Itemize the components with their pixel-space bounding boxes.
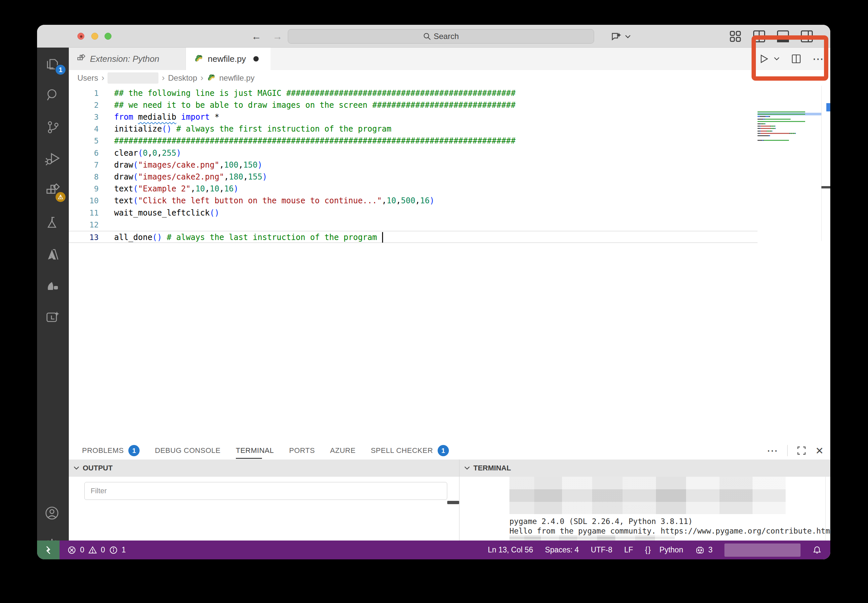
- redacted-username: [107, 73, 158, 83]
- divider: [787, 445, 787, 456]
- panel-tab-spell-checker[interactable]: SPELL CHECKER1: [371, 442, 449, 459]
- activity-testing-icon[interactable]: [37, 211, 69, 235]
- close-window-button[interactable]: [78, 33, 84, 40]
- chevron-down-icon: [464, 466, 470, 470]
- overview-ruler-cursor-marker: [822, 186, 830, 189]
- breadcrumb-desktop[interactable]: Desktop: [168, 73, 197, 83]
- line-number: 6: [69, 147, 99, 159]
- count-badge: 1: [438, 445, 449, 456]
- back-icon[interactable]: ←: [251, 31, 261, 42]
- panel-tab-terminal[interactable]: TERMINAL: [236, 442, 274, 459]
- tab-newfile-py[interactable]: newfile.py: [186, 48, 271, 70]
- activity-bar: 1⚠1: [37, 48, 69, 541]
- activity-source-control-icon[interactable]: [37, 115, 69, 139]
- editor-tab-bar: Extension: Python newfile.py: [69, 48, 830, 70]
- panel-more-actions-icon[interactable]: ⋯: [767, 444, 778, 457]
- zoom-window-button[interactable]: [104, 33, 112, 40]
- code-line-3[interactable]: 3from medialib import *: [69, 111, 758, 123]
- chat-sparkle-icon[interactable]: [610, 31, 620, 41]
- line-number: 4: [69, 123, 99, 135]
- cursor-position[interactable]: Ln 13, Col 56: [488, 546, 533, 554]
- notifications-bell-icon[interactable]: [812, 546, 822, 555]
- encoding[interactable]: UTF-8: [591, 546, 612, 554]
- code-line-2[interactable]: 2## we need it to be able to draw images…: [69, 99, 758, 111]
- activity-search-icon[interactable]: [37, 83, 69, 107]
- line-number: 13: [69, 231, 99, 244]
- panel-tab-bar: PROBLEMS1DEBUG CONSOLETERMINALPORTSAZURE…: [69, 442, 830, 459]
- code-line-4[interactable]: 4initialize() # always the first instruc…: [69, 123, 758, 135]
- code-line-7[interactable]: 7draw("images/cake.png",100,150): [69, 159, 758, 171]
- terminal-line: Hello from the pygame community. https:/…: [510, 527, 830, 535]
- activity-azure-ml-icon[interactable]: [37, 274, 69, 298]
- python-icon: [207, 73, 216, 83]
- activity-azure-icon[interactable]: [37, 243, 69, 266]
- code-line-12[interactable]: 12: [69, 219, 758, 231]
- minimap[interactable]: [758, 86, 830, 251]
- error-icon: [67, 546, 76, 554]
- close-panel-icon[interactable]: ✕: [815, 445, 824, 456]
- code-line-6[interactable]: 6clear(0,0,255): [69, 147, 758, 159]
- redacted-terminal-output: [510, 535, 675, 541]
- breadcrumb-separator: ›: [102, 73, 104, 83]
- text-cursor: [382, 232, 383, 243]
- line-number: 3: [69, 111, 99, 123]
- activity-extensions-icon[interactable]: ⚠: [37, 179, 69, 203]
- robot-icon: [695, 545, 705, 555]
- vscode-window: ← → Search 1⚠1 Extension: Python: [37, 25, 830, 559]
- language-mode[interactable]: { } Python: [645, 546, 683, 554]
- panel-tab-debug-console[interactable]: DEBUG CONSOLE: [155, 442, 220, 459]
- redacted-status-item: [724, 543, 801, 557]
- extension-status[interactable]: 3: [695, 545, 713, 555]
- panel-tab-problems[interactable]: PROBLEMS1: [82, 442, 140, 459]
- activity-account-icon[interactable]: [37, 502, 69, 526]
- panel-tab-ports[interactable]: PORTS: [289, 442, 315, 459]
- extension-icon: [77, 54, 86, 63]
- line-number: 8: [69, 171, 99, 183]
- indentation[interactable]: Spaces: 4: [545, 546, 579, 554]
- line-number: 5: [69, 135, 99, 147]
- code-line-11[interactable]: 11wait_mouse_leftclick(): [69, 207, 758, 219]
- code-line-5[interactable]: 5#######################################…: [69, 135, 758, 147]
- code-line-13[interactable]: 13all_done() # always the last instructi…: [69, 231, 758, 243]
- search-icon: [423, 32, 431, 40]
- scrollbar-handle[interactable]: [447, 501, 459, 504]
- code-line-10[interactable]: 10text("Click the left button on the mou…: [69, 195, 758, 207]
- activity-sparkle-box-icon[interactable]: [37, 306, 69, 330]
- count-badge: 1: [55, 64, 66, 76]
- output-filter-input[interactable]: [84, 482, 447, 500]
- layout-grid-icon[interactable]: [728, 29, 742, 43]
- eol-sequence[interactable]: LF: [624, 546, 633, 554]
- problems-summary[interactable]: 0 0 1: [67, 541, 126, 559]
- line-number: 9: [69, 183, 99, 195]
- forward-icon[interactable]: →: [273, 31, 282, 42]
- remote-indicator[interactable]: [37, 541, 60, 559]
- activity-run-debug-icon[interactable]: [37, 147, 69, 171]
- maximize-panel-icon[interactable]: [797, 446, 806, 455]
- tab-extension-python[interactable]: Extension: Python: [69, 48, 186, 70]
- minimize-window-button[interactable]: [91, 33, 98, 40]
- output-pane: [69, 477, 459, 541]
- line-number: 2: [69, 99, 99, 111]
- warning-icon: [88, 546, 97, 554]
- terminal-pane[interactable]: pygame 2.4.0 (SDL 2.26.4, Python 3.8.11)…: [459, 477, 830, 541]
- code-editor[interactable]: 1## the following line is just MAGIC ###…: [69, 86, 830, 442]
- code-line-1[interactable]: 1## the following line is just MAGIC ###…: [69, 87, 758, 99]
- breadcrumb-separator: ›: [162, 73, 165, 83]
- terminal-section-header[interactable]: TERMINAL: [459, 459, 830, 477]
- panel-tab-azure[interactable]: AZURE: [330, 442, 356, 459]
- overview-ruler: [822, 86, 822, 241]
- search-input[interactable]: Search: [288, 29, 594, 44]
- chevron-down-icon[interactable]: [624, 34, 634, 44]
- info-icon: [109, 546, 118, 554]
- braces-icon: { }: [645, 546, 651, 554]
- activity-explorer-icon[interactable]: 1: [37, 51, 69, 76]
- code-line-8[interactable]: 8draw("images/cake2.png",180,155): [69, 171, 758, 183]
- error-count: 0: [80, 546, 84, 554]
- code-line-9[interactable]: 9text("Example 2",10,10,16): [69, 183, 758, 195]
- terminal-scrollbar[interactable]: [825, 477, 826, 541]
- breadcrumb-users[interactable]: Users: [78, 73, 98, 83]
- breadcrumb[interactable]: Users › › Desktop › newfile.py: [69, 70, 830, 86]
- modified-dot-icon[interactable]: [253, 56, 259, 62]
- output-section-header[interactable]: OUTPUT: [69, 459, 459, 477]
- breadcrumb-file[interactable]: newfile.py: [219, 73, 255, 83]
